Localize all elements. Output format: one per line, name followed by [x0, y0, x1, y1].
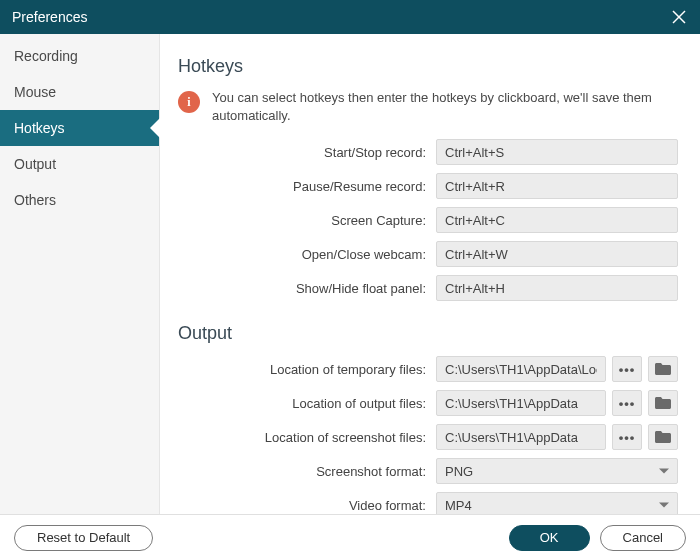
browse-button[interactable]: ••• — [612, 390, 642, 416]
row-label: Location of screenshot files: — [178, 430, 428, 445]
output-row: Video format: — [178, 492, 678, 514]
select-video-format[interactable] — [436, 492, 678, 514]
open-folder-button[interactable] — [648, 390, 678, 416]
hotkey-input-start-stop[interactable] — [436, 139, 678, 165]
title-bar: Preferences — [0, 0, 700, 34]
close-icon[interactable] — [670, 8, 688, 26]
output-row: Location of screenshot files: ••• — [178, 424, 678, 450]
info-bar: i You can select hotkeys then enter the … — [178, 89, 678, 125]
ellipsis-icon: ••• — [619, 396, 636, 411]
hotkey-row: Pause/Resume record: — [178, 173, 678, 199]
sidebar-item-others[interactable]: Others — [0, 182, 159, 218]
main-panel: Hotkeys i You can select hotkeys then en… — [160, 34, 700, 514]
row-label: Video format: — [178, 498, 428, 513]
window-title: Preferences — [12, 9, 670, 25]
output-row: Screenshot format: — [178, 458, 678, 484]
row-label: Screen Capture: — [178, 213, 428, 228]
browse-button[interactable]: ••• — [612, 424, 642, 450]
folder-icon — [655, 431, 671, 443]
browse-button[interactable]: ••• — [612, 356, 642, 382]
sidebar-item-recording[interactable]: Recording — [0, 38, 159, 74]
open-folder-button[interactable] — [648, 356, 678, 382]
sidebar-item-hotkeys[interactable]: Hotkeys — [0, 110, 159, 146]
cancel-button[interactable]: Cancel — [600, 525, 686, 551]
hotkey-row: Open/Close webcam: — [178, 241, 678, 267]
row-label: Location of temporary files: — [178, 362, 428, 377]
path-input-temp[interactable] — [436, 356, 606, 382]
hotkey-row: Show/Hide float panel: — [178, 275, 678, 301]
hotkey-row: Screen Capture: — [178, 207, 678, 233]
info-text: You can select hotkeys then enter the ho… — [212, 89, 678, 125]
row-label: Pause/Resume record: — [178, 179, 428, 194]
path-input-screenshot[interactable] — [436, 424, 606, 450]
info-icon: i — [178, 91, 200, 113]
row-label: Screenshot format: — [178, 464, 428, 479]
ellipsis-icon: ••• — [619, 430, 636, 445]
folder-icon — [655, 397, 671, 409]
reset-button[interactable]: Reset to Default — [14, 525, 153, 551]
output-row: Location of temporary files: ••• — [178, 356, 678, 382]
sidebar-item-output[interactable]: Output — [0, 146, 159, 182]
ellipsis-icon: ••• — [619, 362, 636, 377]
footer: Reset to Default OK Cancel — [0, 514, 700, 560]
hotkey-input-webcam[interactable] — [436, 241, 678, 267]
folder-icon — [655, 363, 671, 375]
sidebar: Recording Mouse Hotkeys Output Others — [0, 34, 160, 514]
hotkey-row: Start/Stop record: — [178, 139, 678, 165]
output-row: Location of output files: ••• — [178, 390, 678, 416]
path-input-output[interactable] — [436, 390, 606, 416]
select-screenshot-format[interactable] — [436, 458, 678, 484]
row-label: Start/Stop record: — [178, 145, 428, 160]
sidebar-item-mouse[interactable]: Mouse — [0, 74, 159, 110]
ok-button[interactable]: OK — [509, 525, 590, 551]
section-title-hotkeys: Hotkeys — [178, 56, 678, 77]
row-label: Show/Hide float panel: — [178, 281, 428, 296]
row-label: Open/Close webcam: — [178, 247, 428, 262]
hotkey-input-pause-resume[interactable] — [436, 173, 678, 199]
section-title-output: Output — [178, 323, 678, 344]
hotkey-input-float-panel[interactable] — [436, 275, 678, 301]
hotkey-input-screen-capture[interactable] — [436, 207, 678, 233]
open-folder-button[interactable] — [648, 424, 678, 450]
row-label: Location of output files: — [178, 396, 428, 411]
